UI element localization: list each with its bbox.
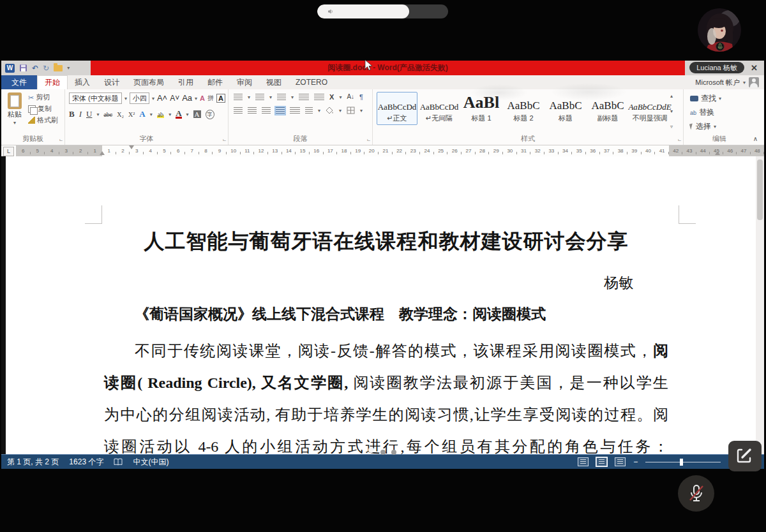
format-painter-button[interactable]: 格式刷	[28, 115, 58, 125]
decrease-indent-button[interactable]	[299, 94, 309, 101]
page-dot-active[interactable]	[368, 447, 374, 453]
paragraph-dialog-launcher[interactable]: ¬	[367, 138, 370, 143]
borders-icon[interactable]	[347, 107, 355, 114]
print-layout-icon[interactable]	[596, 457, 607, 466]
italic-button[interactable]: I	[79, 109, 82, 119]
tab-视图[interactable]: 视图	[259, 75, 289, 89]
styles-more-icon[interactable]: ▿	[670, 124, 673, 129]
subscript-button[interactable]: X₂	[117, 111, 124, 118]
align-left-button[interactable]	[234, 107, 243, 114]
annotation-tool-button[interactable]	[728, 441, 762, 471]
style-不明显强调[interactable]: AaBbCcDdE不明显强调	[629, 92, 670, 125]
styles-scroll-down-icon[interactable]: ▾	[670, 108, 673, 114]
bullets-button[interactable]	[234, 94, 243, 101]
open-folder-icon[interactable]	[54, 65, 63, 71]
shrink-font-button[interactable]: A˅	[170, 94, 179, 102]
tab-ZOTERO[interactable]: ZOTERO	[289, 75, 334, 89]
first-line-indent-marker[interactable]	[129, 145, 134, 149]
zoom-slider[interactable]	[645, 462, 721, 462]
page-indicator[interactable]: 第 1 页, 共 2 页	[7, 457, 59, 468]
read-mode-icon[interactable]	[578, 457, 589, 466]
font-dialog-launcher[interactable]: ¬	[223, 138, 226, 143]
text-effects-button[interactable]: A	[139, 109, 145, 119]
asian-layout-button[interactable]: X	[329, 93, 334, 101]
tab-引用[interactable]: 引用	[171, 75, 200, 89]
account-area[interactable]: Microsoft 帐户 ▾	[695, 75, 764, 89]
undo-icon[interactable]: ↶	[32, 64, 38, 73]
shading-bucket-icon[interactable]	[326, 107, 334, 114]
microphone-muted-button[interactable]	[678, 475, 714, 512]
tab-selector[interactable]: L	[3, 147, 14, 156]
participant-avatar[interactable]	[698, 8, 741, 52]
sort-button[interactable]: A↓	[347, 93, 354, 101]
character-shading-button[interactable]: A	[193, 110, 201, 118]
superscript-button[interactable]: X²	[128, 111, 135, 118]
numbering-button[interactable]	[255, 94, 264, 101]
line-spacing-button[interactable]	[305, 107, 313, 114]
word-count[interactable]: 1623 个字	[69, 457, 103, 468]
style-无间隔[interactable]: AaBbCcDd↵无间隔	[419, 92, 460, 125]
document-canvas[interactable]: 人工智能与葡萄牙语在线课程和教材建设研讨会分享 杨敏 《葡语国家概况》线上线下混…	[1, 156, 764, 454]
change-case-button[interactable]: Aa	[182, 94, 192, 102]
save-icon[interactable]	[19, 64, 27, 72]
paste-button[interactable]: 粘贴 ▾	[4, 92, 26, 133]
close-icon[interactable]: ✕	[751, 63, 758, 73]
language-indicator[interactable]: 中文(中国)	[133, 457, 169, 468]
replace-button[interactable]: ab替换	[690, 107, 753, 118]
multilevel-list-button[interactable]	[277, 94, 286, 101]
account-avatar-icon[interactable]	[749, 77, 759, 87]
styles-scroll-up-icon[interactable]: ▴	[670, 93, 673, 99]
collapse-ribbon-icon[interactable]: ∧	[753, 135, 758, 142]
style-正文[interactable]: AaBbCcDd↵正文	[377, 92, 417, 125]
cut-button[interactable]: ✂剪切	[28, 92, 58, 102]
styles-dialog-launcher[interactable]: ¬	[678, 138, 681, 143]
qat-dropdown-icon[interactable]: ▾	[67, 65, 70, 71]
page-dot[interactable]	[391, 450, 396, 455]
align-right-button[interactable]	[262, 107, 271, 114]
distribute-button[interactable]	[290, 107, 300, 114]
increase-indent-button[interactable]	[314, 94, 324, 101]
bold-button[interactable]: B	[69, 109, 75, 119]
enclose-characters-button[interactable]: 字	[206, 110, 214, 119]
font-name-dropdown-icon[interactable]: ▾	[124, 96, 127, 101]
vertical-scrollbar[interactable]	[756, 156, 764, 454]
hanging-indent-marker[interactable]	[100, 151, 105, 155]
tab-设计[interactable]: 设计	[97, 75, 126, 89]
zoom-slider-thumb[interactable]	[680, 459, 683, 466]
redo-icon[interactable]: ↻	[43, 64, 49, 73]
font-name-combobox[interactable]: 宋体 (中文标题	[69, 92, 122, 104]
grow-font-button[interactable]: A˄	[157, 94, 167, 102]
justify-button[interactable]	[276, 107, 285, 114]
right-indent-marker[interactable]	[715, 151, 720, 155]
copy-button[interactable]: 复制	[28, 104, 58, 114]
zoom-out-icon[interactable]: −	[633, 457, 638, 466]
scrollbar-thumb[interactable]	[757, 159, 763, 220]
horizontal-ruler[interactable]: L 654321 1234567891011121314151617181920…	[1, 145, 764, 156]
character-border-button[interactable]: A	[216, 94, 225, 103]
tab-审阅[interactable]: 审阅	[230, 75, 259, 89]
show-hide-marks-button[interactable]: ¶	[359, 93, 363, 101]
font-size-dropdown-icon[interactable]: ▾	[152, 96, 154, 101]
align-center-button[interactable]	[248, 107, 257, 114]
page-dot[interactable]	[380, 450, 386, 455]
phonetic-guide-button[interactable]: 拼	[207, 94, 214, 102]
clear-formatting-button[interactable]: A	[200, 94, 205, 102]
web-layout-icon[interactable]	[615, 457, 626, 466]
highlight-button[interactable]: ab	[157, 111, 164, 118]
select-button[interactable]: 选择▾	[690, 121, 753, 132]
strikethrough-button[interactable]: abc	[103, 111, 112, 118]
underline-button[interactable]: U	[86, 109, 92, 119]
font-color-button[interactable]: A	[176, 110, 181, 119]
proofing-book-icon[interactable]	[114, 458, 123, 466]
meeting-toolbar-audio[interactable]	[317, 4, 409, 18]
tab-页面布局[interactable]: 页面布局	[126, 75, 171, 89]
find-button[interactable]: 查找▾	[690, 93, 753, 104]
word-logo-icon[interactable]: W	[5, 64, 15, 73]
tab-file[interactable]: 文件	[1, 75, 37, 89]
clipboard-dialog-launcher[interactable]: ¬	[59, 138, 63, 143]
font-size-combobox[interactable]: 小四	[130, 92, 149, 104]
tab-邮件[interactable]: 邮件	[200, 75, 230, 89]
paste-dropdown-icon[interactable]: ▾	[13, 120, 16, 126]
tab-插入[interactable]: 插入	[68, 75, 97, 89]
tab-开始[interactable]: 开始	[37, 75, 68, 89]
